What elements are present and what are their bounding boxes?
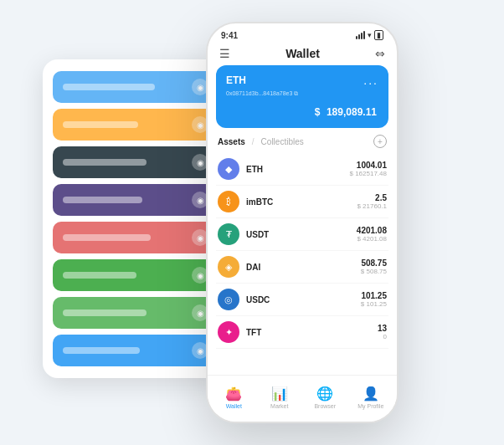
nav-label-0: Wallet — [226, 403, 242, 409]
status-bar: 9:41 ▾ ▮ — [208, 23, 397, 43]
asset-name-dai: DAI — [246, 263, 361, 272]
asset-item-dai[interactable]: ◈ DAI 508.75 $ 508.75 — [216, 251, 388, 284]
card-stack: ◉ ◉ ◉ ◉ ◉ ◉ ◉ ◉ — [43, 59, 227, 378]
tab-collectibles[interactable]: Collectibles — [261, 137, 304, 146]
stack-card-2[interactable]: ◉ — [53, 146, 217, 178]
expand-icon[interactable]: ⇔ — [375, 47, 385, 60]
status-icons: ▾ ▮ — [356, 30, 383, 40]
stack-card-1[interactable]: ◉ — [53, 109, 217, 141]
nav-item-wallet[interactable]: 👛 Wallet — [211, 386, 257, 409]
menu-icon[interactable]: ☰ — [219, 47, 230, 60]
stack-card-bar — [63, 272, 136, 279]
asset-amount-imbtc: 2.5 $ 21760.1 — [357, 193, 387, 210]
asset-list: ◆ ETH 1004.01 $ 162517.48 ₿ imBTC 2.5 $ … — [208, 153, 397, 375]
nav-icon-3: 👤 — [363, 386, 379, 402]
stack-card-bar — [63, 347, 140, 354]
stack-card-bar — [63, 121, 138, 128]
stack-card-bar — [63, 84, 155, 90]
status-time: 9:41 — [221, 31, 238, 40]
asset-item-tft[interactable]: ✦ TFT 13 0 — [216, 316, 388, 349]
asset-item-usdc[interactable]: ◎ USDC 101.25 $ 101.25 — [216, 284, 388, 316]
assets-tabs: Assets / Collectibles — [218, 137, 304, 146]
asset-amount-dai: 508.75 $ 508.75 — [361, 258, 387, 275]
asset-icon-tft: ✦ — [218, 321, 239, 343]
asset-amount-tft: 13 0 — [378, 324, 387, 340]
nav-label-1: Market — [270, 403, 288, 409]
tab-assets[interactable]: Assets — [218, 137, 245, 146]
nav-item-browser[interactable]: 🌐 Browser — [302, 386, 348, 409]
wifi-icon: ▾ — [368, 31, 372, 39]
battery-icon: ▮ — [374, 30, 383, 40]
eth-card-menu[interactable]: ... — [363, 74, 378, 87]
asset-name-usdc: USDC — [246, 295, 361, 304]
asset-name-tft: TFT — [246, 328, 378, 337]
asset-icon-usdt: ₮ — [218, 223, 239, 245]
asset-item-imbtc[interactable]: ₿ imBTC 2.5 $ 21760.1 — [216, 186, 388, 218]
asset-icon-eth: ◆ — [218, 158, 239, 180]
asset-amount-usdt: 4201.08 $ 4201.08 — [357, 226, 387, 243]
asset-amount-eth: 1004.01 $ 162517.48 — [350, 161, 388, 177]
stack-card-6[interactable]: ◉ — [53, 297, 217, 329]
scene: ◉ ◉ ◉ ◉ ◉ ◉ ◉ ◉ 9:41 — [9, 9, 495, 436]
stack-card-bar — [63, 309, 147, 316]
top-nav: ☰ Wallet ⇔ — [208, 43, 397, 65]
signal-icon — [356, 31, 365, 39]
nav-item-my-profile[interactable]: 👤 My Profile — [348, 386, 394, 409]
eth-card-balance: $ 189,089.11 — [226, 100, 378, 120]
asset-name-usdt: USDT — [246, 230, 357, 239]
tab-divider: / — [252, 137, 255, 146]
nav-icon-1: 📊 — [271, 386, 288, 402]
stack-card-0[interactable]: ◉ — [53, 71, 217, 103]
bottom-nav: 👛 Wallet 📊 Market 🌐 Browser 👤 My Profile — [208, 375, 397, 422]
asset-icon-dai: ◈ — [218, 256, 239, 278]
stack-card-bar — [63, 159, 147, 166]
eth-card[interactable]: ETH ... 0x08711d3b...8418a78e3 ⧉ $ 189,0… — [216, 65, 388, 128]
assets-header: Assets / Collectibles + — [208, 135, 397, 153]
stack-card-3[interactable]: ◉ — [53, 184, 217, 216]
asset-name-eth: ETH — [246, 165, 350, 174]
eth-card-title: ETH — [226, 74, 246, 86]
stack-card-5[interactable]: ◉ — [53, 259, 217, 291]
nav-label-3: My Profile — [357, 403, 383, 409]
stack-card-4[interactable]: ◉ — [53, 222, 217, 253]
asset-icon-imbtc: ₿ — [218, 191, 239, 212]
asset-icon-usdc: ◎ — [218, 289, 239, 310]
nav-title: Wallet — [285, 47, 320, 60]
stack-card-bar — [63, 234, 151, 241]
eth-card-address: 0x08711d3b...8418a78e3 ⧉ — [226, 90, 378, 97]
asset-name-imbtc: imBTC — [246, 197, 357, 207]
stack-card-bar — [63, 197, 142, 203]
phone: 9:41 ▾ ▮ ☰ Wallet ⇔ — [206, 22, 399, 423]
asset-item-usdt[interactable]: ₮ USDT 4201.08 $ 4201.08 — [216, 218, 388, 251]
stack-card-7[interactable]: ◉ — [53, 335, 217, 366]
add-asset-button[interactable]: + — [373, 135, 387, 148]
nav-icon-0: 👛 — [225, 386, 242, 402]
asset-item-eth[interactable]: ◆ ETH 1004.01 $ 162517.48 — [216, 153, 388, 186]
nav-icon-2: 🌐 — [316, 386, 333, 402]
nav-label-2: Browser — [314, 403, 336, 409]
nav-item-market[interactable]: 📊 Market — [257, 386, 303, 409]
asset-amount-usdc: 101.25 $ 101.25 — [361, 291, 387, 308]
